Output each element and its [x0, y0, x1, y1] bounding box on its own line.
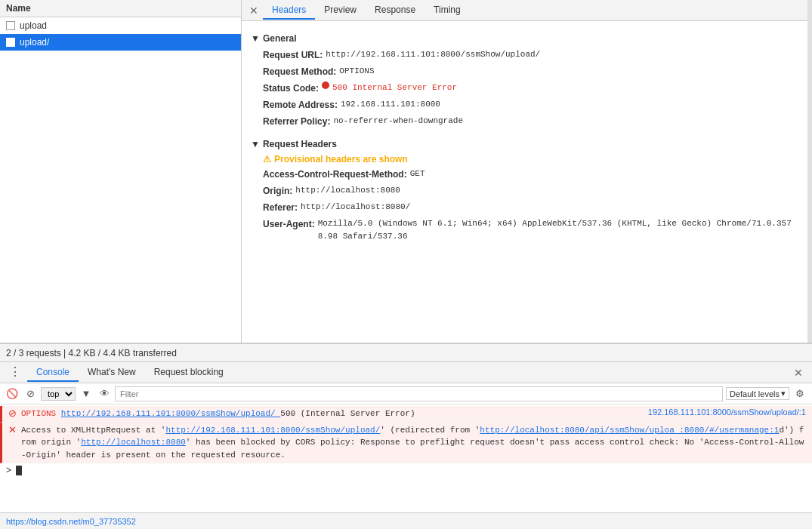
acr-method-value: GET: [410, 168, 425, 181]
console-prompt: >: [6, 465, 11, 475]
request-method-value: OPTIONS: [339, 65, 374, 78]
error-x-icon-2: ✕: [8, 424, 17, 435]
name-column-header: Name: [0, 0, 241, 17]
acr-method-row: Access-Control-Request-Method: GET: [251, 166, 798, 183]
upload-dir-label: upload/: [20, 37, 49, 48]
tab-preview[interactable]: Preview: [315, 2, 366, 20]
origin-value: http://localhost:8080: [295, 184, 400, 198]
error-url-link-1[interactable]: http://192.168.111.101:8000/ssmShow/uplo…: [61, 409, 280, 418]
origin-row: Origin: http://localhost:8080: [251, 183, 798, 199]
upload-checkbox[interactable]: [6, 21, 15, 30]
remote-address-label: Remote Address:: [263, 98, 338, 112]
warning-triangle-icon: ⚠: [263, 154, 271, 165]
referer-value: http://localhost:8080/: [301, 201, 410, 214]
status-bar-text: 2 / 3 requests | 4.2 KB / 4.4 KB transfe…: [6, 348, 177, 358]
redirect-url-link[interactable]: http://localhost:8080/api/ssmShow/uploa …: [480, 426, 779, 435]
name-item-upload-dir[interactable]: upload/: [0, 34, 241, 51]
status-bar: 2 / 3 requests | 4.2 KB / 4.4 KB transfe…: [0, 343, 812, 361]
details-content: ▼ General Request URL: http://192.168.11…: [242, 21, 807, 343]
filter-icon-button[interactable]: ⊘: [23, 386, 38, 401]
filter-input[interactable]: [115, 386, 723, 401]
status-error-dot: [322, 82, 329, 89]
provisional-warning-text: Provisional headers are shown: [274, 154, 408, 165]
tab-timing[interactable]: Timing: [425, 2, 470, 20]
console-tab-request-blocking[interactable]: Request blocking: [145, 364, 233, 382]
name-item-upload[interactable]: upload: [0, 17, 241, 34]
gear-icon-button[interactable]: ⚙: [792, 386, 807, 401]
console-error-line-1: ⊘ OPTIONS http://192.168.111.101:8000/ss…: [0, 406, 812, 423]
request-headers-arrow-icon: ▼: [251, 139, 260, 149]
error-circle-icon-1: ⊘: [8, 408, 17, 419]
default-levels-label: Default levels: [730, 389, 780, 398]
default-levels-arrow-icon: ▾: [781, 389, 786, 398]
request-method-row: Request Method: OPTIONS: [251, 63, 798, 80]
user-agent-value: Mozilla/5.0 (Windows NT 6.1; Win64; x64)…: [318, 217, 798, 242]
request-url-value: http://192.168.111.101:8000/ssmShow/uplo…: [326, 48, 540, 62]
general-section-header[interactable]: ▼ General: [251, 33, 798, 44]
user-agent-row: User-Agent: Mozilla/5.0 (Windows NT 6.1;…: [251, 216, 798, 244]
bottom-url-bar: https://blog.csdn.net/m0_37735352: [0, 512, 812, 529]
upload-label: upload: [20, 20, 47, 31]
context-selector[interactable]: top: [41, 387, 76, 401]
console-panel: ⋮ Console What's New Request blocking ✕ …: [0, 361, 812, 512]
cors-url-link[interactable]: http://192.168.111.101:8000/ssmShow/uplo…: [165, 426, 380, 435]
referrer-policy-row: Referrer Policy: no-referrer-when-downgr…: [251, 113, 798, 130]
tab-headers[interactable]: Headers: [263, 2, 315, 20]
status-code-label: Status Code:: [263, 82, 319, 95]
console-tab-whatsnew[interactable]: What's New: [79, 364, 145, 382]
eye-icon-button[interactable]: 👁: [97, 386, 112, 401]
general-label: General: [263, 33, 297, 44]
console-input-line: >: [0, 463, 812, 477]
referer-row: Referer: http://localhost:8080/: [251, 199, 798, 216]
tabs-bar: ✕ Headers Preview Response Timing: [242, 0, 807, 21]
default-levels-dropdown[interactable]: Default levels ▾: [726, 387, 789, 400]
name-list: Name upload upload/: [0, 0, 242, 343]
console-close-icon[interactable]: ✕: [788, 367, 809, 379]
general-arrow-icon: ▼: [251, 33, 260, 44]
error-status-text-1: 500 (Internal Server Error): [280, 409, 415, 418]
tab-close-icon[interactable]: ✕: [245, 5, 263, 17]
request-url-label: Request URL:: [263, 48, 323, 62]
clear-console-button[interactable]: 🚫: [5, 386, 20, 401]
console-tab-dots[interactable]: ⋮: [3, 361, 27, 383]
upload-dir-checkbox[interactable]: [6, 38, 15, 47]
console-error-text-2: Access to XMLHttpRequest at 'http://192.…: [21, 424, 806, 462]
provisional-warning-row: ⚠ Provisional headers are shown: [251, 152, 798, 166]
console-error-text-1: OPTIONS http://192.168.111.101:8000/ssmS…: [21, 408, 648, 420]
status-code-value: 500 Internal Server Error: [332, 82, 457, 95]
origin-link[interactable]: http://localhost:8080: [81, 438, 186, 447]
details-panel: ✕ Headers Preview Response Timing ▼ Gene…: [242, 0, 807, 343]
acr-method-label: Access-Control-Request-Method:: [263, 168, 407, 181]
origin-label: Origin:: [263, 184, 292, 198]
console-output: ⊘ OPTIONS http://192.168.111.101:8000/ss…: [0, 404, 812, 512]
remote-address-value: 192.168.111.101:8000: [341, 98, 440, 112]
request-method-label: Request Method:: [263, 65, 336, 78]
console-tab-console[interactable]: Console: [27, 364, 79, 382]
bottom-url-text: https://blog.csdn.net/m0_37735352: [6, 517, 136, 526]
console-tabs-bar: ⋮ Console What's New Request blocking ✕: [0, 362, 812, 383]
tab-response[interactable]: Response: [366, 2, 425, 20]
context-arrow-button[interactable]: ▼: [79, 386, 94, 401]
console-cursor: [16, 466, 22, 475]
remote-address-row: Remote Address: 192.168.111.101:8000: [251, 97, 798, 113]
referrer-policy-label: Referrer Policy:: [263, 115, 330, 128]
request-headers-section-header[interactable]: ▼ Request Headers: [251, 139, 798, 149]
console-error-line-2: ✕ Access to XMLHttpRequest at 'http://19…: [0, 423, 812, 464]
referer-label: Referer:: [263, 201, 298, 214]
options-method-label: OPTIONS: [21, 409, 56, 418]
request-headers-label: Request Headers: [263, 139, 337, 149]
error-source-1[interactable]: 192.168.111.101:8000/ssmShow/upload/:1: [648, 408, 806, 417]
referrer-policy-value: no-referrer-when-downgrade: [333, 115, 463, 128]
resize-handle[interactable]: [807, 0, 812, 343]
console-toolbar: 🚫 ⊘ top ▼ 👁 Default levels ▾ ⚙: [0, 383, 812, 404]
request-url-row: Request URL: http://192.168.111.101:8000…: [251, 47, 798, 63]
status-code-row: Status Code: 500 Internal Server Error: [251, 80, 798, 97]
user-agent-label: User-Agent:: [263, 217, 315, 242]
